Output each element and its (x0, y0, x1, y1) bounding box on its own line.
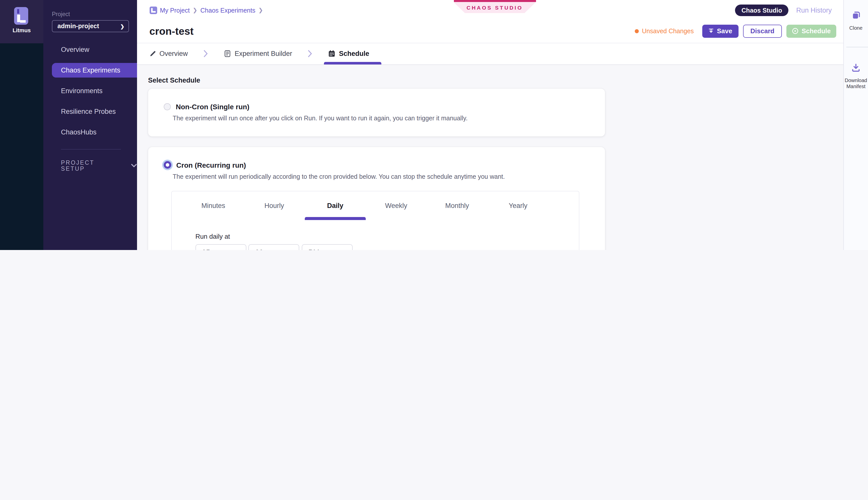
section-title: Select Schedule (148, 76, 843, 84)
project-selector[interactable]: admin-project ❯ (52, 20, 129, 32)
page-title: cron-test (149, 25, 193, 37)
right-action-rail: Clone DownloadManifest (843, 0, 868, 250)
tab-weekly[interactable]: Weekly (366, 191, 427, 220)
chevron-right-icon: ❯ (258, 7, 263, 14)
clone-icon (852, 11, 860, 20)
sidebar: Project admin-project ❯ Overview Chaos E… (43, 0, 137, 250)
tab-daily[interactable]: Daily (305, 191, 366, 220)
sidebar-item-environments[interactable]: Environments (43, 83, 137, 98)
breadcrumb: My Project ❯ Chaos Experiments ❯ (149, 7, 263, 14)
litmus-logo-icon[interactable] (14, 7, 28, 25)
chevron-down-icon (290, 249, 294, 250)
chevron-right-icon (308, 43, 312, 64)
cron-frequency-tabs: Minutes Hourly Daily Weekly Monthly Year… (172, 191, 579, 220)
breadcrumb-my-project[interactable]: My Project (160, 7, 190, 14)
view-toggle: Chaos Studio Run History (735, 4, 832, 16)
breadcrumb-logo-icon (149, 7, 157, 14)
tab-yearly[interactable]: Yearly (488, 191, 549, 220)
schedule-button[interactable]: Schedule (786, 25, 836, 37)
download-manifest-action[interactable]: DownloadManifest (844, 64, 868, 89)
sidebar-item-chaos-experiments[interactable]: Chaos Experiments (52, 63, 137, 78)
unsaved-dot-icon (635, 29, 639, 33)
play-circle-icon (792, 28, 799, 34)
experiment-stepper: Overview Experiment Builder Schedule (137, 43, 843, 65)
tab-monthly[interactable]: Monthly (427, 191, 488, 220)
save-button[interactable]: Save (702, 25, 738, 37)
cron-description: The experiment will run periodically acc… (172, 173, 605, 180)
module-rail: Litmus A ADMIN (0, 0, 43, 250)
minute-select[interactable]: 00 (249, 244, 300, 250)
chevron-right-icon: ❯ (120, 23, 124, 29)
non-cron-description: The experiment will run once after you c… (172, 115, 605, 122)
main-content: My Project ❯ Chaos Experiments ❯ Chaos S… (137, 0, 843, 250)
meridiem-select[interactable]: PM (302, 244, 353, 250)
cron-title: Cron (Recurring run) (176, 161, 246, 169)
project-name: admin-project (57, 23, 99, 30)
sidebar-item-chaoshubs[interactable]: ChaosHubs (43, 125, 137, 139)
non-cron-title: Non-Cron (Single run) (176, 102, 249, 111)
cron-radio[interactable] (164, 161, 171, 169)
app-window: Litmus A ADMIN Project admin-project ❯ O… (0, 0, 868, 250)
download-icon (852, 64, 860, 72)
schedule-body: Select Schedule Non-Cron (Single run) Th… (137, 76, 843, 250)
step-schedule[interactable]: Schedule (328, 43, 369, 64)
tab-minutes[interactable]: Minutes (183, 191, 244, 220)
tab-hourly[interactable]: Hourly (244, 191, 305, 220)
pin-icon (708, 28, 714, 34)
chevron-right-icon (204, 43, 208, 64)
non-cron-radio[interactable] (164, 103, 171, 110)
unsaved-changes-badge: Unsaved Changes (635, 28, 694, 35)
tab-chaos-studio[interactable]: Chaos Studio (735, 4, 789, 16)
run-daily-at-label: Run daily at (195, 232, 557, 240)
project-label: Project (52, 11, 137, 17)
sidebar-item-overview[interactable]: Overview (43, 42, 137, 57)
pencil-icon (149, 50, 156, 57)
non-cron-option-card: Non-Cron (Single run) The experiment wil… (148, 88, 605, 136)
page-header: My Project ❯ Chaos Experiments ❯ Chaos S… (137, 0, 843, 43)
tab-run-history[interactable]: Run History (796, 7, 832, 14)
rail-divider (846, 47, 868, 47)
litmus-logo-label: Litmus (0, 27, 43, 33)
chevron-down-icon (236, 249, 241, 250)
project-setup-toggle[interactable]: PROJECT SETUP (61, 160, 137, 172)
chevron-down-icon (131, 164, 137, 168)
calendar-icon (328, 50, 336, 58)
discard-button[interactable]: Discard (743, 25, 782, 37)
chaos-studio-ribbon: CHAOS STUDIO (454, 0, 536, 13)
chevron-right-icon: ❯ (193, 7, 197, 14)
step-experiment-builder[interactable]: Experiment Builder (224, 43, 292, 64)
cron-option-card: Cron (Recurring run) The experiment will… (148, 147, 605, 250)
clone-action[interactable]: Clone (844, 11, 868, 31)
step-overview[interactable]: Overview (149, 43, 188, 64)
hour-select[interactable]: 05 (195, 244, 246, 250)
sidebar-item-resilience-probes[interactable]: Resilience Probes (43, 104, 137, 119)
sidebar-divider (61, 149, 121, 149)
builder-icon (224, 50, 231, 58)
cron-panel: Minutes Hourly Daily Weekly Monthly Year… (171, 191, 579, 250)
chevron-down-icon (342, 249, 348, 250)
breadcrumb-chaos-experiments[interactable]: Chaos Experiments (201, 7, 256, 14)
